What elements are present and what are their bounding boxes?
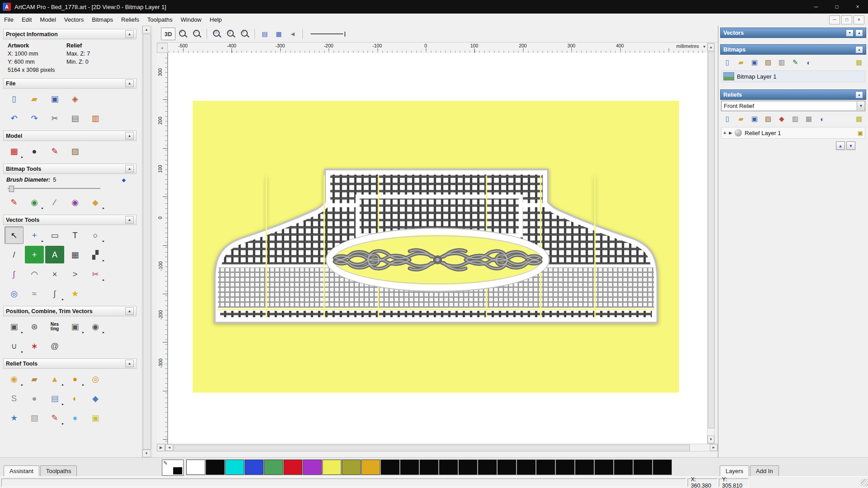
bitmap-merge-icon[interactable]: ◐ — [802, 56, 815, 68]
menu-item[interactable]: Edit — [18, 14, 36, 25]
move-layer-up-icon[interactable]: ▲ — [836, 141, 845, 150]
colour-swatch[interactable] — [439, 460, 458, 475]
scroll-left-icon[interactable]: ◄ — [165, 444, 173, 451]
fit-arc-tool[interactable]: ∪▸ — [5, 337, 24, 355]
scrollbar-thumb[interactable] — [708, 52, 715, 428]
brush-diameter-slider[interactable] — [8, 186, 100, 191]
relief-layer-row[interactable]: + ▶ Relief Layer 1 ▣ — [721, 127, 865, 139]
undo-icon[interactable]: ↶ — [5, 109, 24, 127]
relief-smooth-icon[interactable]: ▦ — [802, 113, 815, 125]
arc-tool[interactable]: ◠ — [25, 265, 44, 283]
paint-brush-icon[interactable]: ✎ — [5, 193, 24, 211]
sculpting-icon[interactable]: ▰ — [25, 370, 44, 388]
relief-add-layer-icon[interactable]: ▩ — [853, 113, 865, 125]
canvas-vertical-scrollbar[interactable]: ▲ ▼ — [707, 43, 715, 444]
colour-swatch[interactable] — [420, 460, 439, 475]
colour-swatch[interactable] — [517, 460, 536, 475]
open-relief-icon[interactable]: ▰ — [735, 113, 747, 125]
line-width-preview[interactable] — [306, 28, 350, 40]
zoom-objects-icon[interactable]: ○ — [238, 28, 251, 40]
greyscale-edit-icon[interactable]: ✎ — [45, 142, 64, 160]
colour-swatch[interactable] — [497, 460, 516, 475]
new-model-icon[interactable]: ▯ — [5, 90, 24, 108]
align-vectors-tool[interactable]: ▣▸ — [5, 318, 24, 335]
bitmap-add-layer-icon[interactable]: ▩ — [853, 56, 865, 68]
ellipse-tool[interactable]: ○▸ — [86, 226, 105, 244]
relief-texture-icon[interactable]: ▨ — [762, 113, 774, 125]
combobox-dropdown-icon[interactable]: ▼ — [857, 102, 865, 110]
vectors-menu-icon[interactable]: ▼ — [846, 29, 854, 37]
bitmaps-collapse-icon[interactable]: ▲ — [855, 46, 863, 53]
assistant-scrollbar[interactable]: ▲ ▼ — [142, 26, 152, 457]
maximize-button[interactable]: □ — [826, 0, 847, 14]
colour-swatch[interactable] — [361, 460, 380, 475]
menu-item[interactable]: Reliefs — [117, 14, 143, 25]
array-copy-tool[interactable]: ▞▸ — [86, 246, 105, 263]
minimize-button[interactable]: ─ — [806, 0, 826, 14]
redo-icon[interactable]: ↷ — [25, 109, 44, 127]
grid-tool[interactable]: ▦ — [66, 246, 85, 263]
trim-vectors-tool[interactable]: ✂▸ — [86, 265, 105, 283]
expand-icon[interactable]: ▶ — [729, 131, 732, 135]
colour-swatch[interactable] — [245, 460, 264, 475]
colour-swatch[interactable] — [283, 460, 302, 475]
colour-swatch[interactable] — [458, 460, 477, 475]
relief-mirror-icon[interactable]: ◐ — [816, 113, 829, 125]
view-3d-button[interactable]: 3D — [161, 28, 175, 40]
relief-side-combobox[interactable]: Front Relief ▼ — [721, 101, 865, 111]
colour-swatch[interactable] — [225, 460, 244, 475]
colour-swatch[interactable] — [381, 460, 400, 475]
nesting-tool[interactable]: Nes ting — [45, 318, 64, 335]
scrollbar-thumb[interactable] — [143, 34, 151, 450]
offset-relief-icon[interactable]: ▣ — [86, 409, 105, 427]
bitmap-layer-row[interactable]: Bitmap Layer 1 — [721, 70, 865, 82]
wave-tool[interactable]: ≈ — [25, 285, 44, 302]
colour-swatch[interactable] — [478, 460, 497, 475]
node-curve-tool[interactable]: ∫▸ — [45, 285, 64, 302]
colour-swatch[interactable] — [206, 460, 225, 475]
zoom-in-icon[interactable]: + — [176, 28, 189, 40]
rollup-button[interactable]: ▲ — [125, 216, 134, 224]
node-edit-tool[interactable]: × — [45, 265, 64, 283]
save-bitmap-icon[interactable]: ▣ — [748, 56, 761, 68]
spin-relief-icon[interactable]: ◐ — [66, 389, 85, 407]
curve-tool[interactable]: ∫ — [5, 265, 24, 283]
adjust-model-icon[interactable]: ● — [25, 142, 44, 160]
close-button[interactable]: × — [847, 0, 868, 14]
rollup-button[interactable]: ▲ — [125, 80, 134, 87]
reliefs-collapse-icon[interactable]: ▲ — [855, 91, 863, 99]
star-relief-icon[interactable]: ★ — [5, 409, 24, 427]
emboss-relief-icon[interactable]: ◆ — [86, 389, 105, 407]
snap-toggle-icon[interactable]: ▦ — [272, 28, 285, 40]
bitmap-texture-icon[interactable]: ▨ — [762, 56, 774, 68]
separator[interactable] — [302, 29, 303, 39]
slider-handle[interactable] — [9, 186, 14, 192]
rectangle-tool[interactable]: ▭ — [45, 226, 64, 244]
tab-toolpaths[interactable]: Toolpaths — [40, 465, 77, 477]
mdi-close-button[interactable]: × — [854, 15, 864, 24]
texture-relief-icon[interactable]: ● — [25, 389, 44, 407]
two-rail-sweep-icon[interactable]: ◎ — [86, 370, 105, 388]
star-tool[interactable]: ★ — [66, 285, 85, 302]
move-layer-down-icon[interactable]: ▼ — [846, 141, 855, 150]
vectors-collapse-icon[interactable]: ▲ — [855, 29, 863, 37]
spiral-tool[interactable]: @ — [45, 337, 64, 355]
menu-item[interactable]: Help — [206, 14, 226, 25]
swept-profile-icon[interactable]: S — [5, 389, 24, 407]
snap-cross-tool[interactable]: + — [25, 246, 44, 263]
smooth-relief-icon[interactable]: ▲▸ — [45, 370, 64, 388]
weld-vectors-tool[interactable]: ◉▸ — [86, 318, 105, 335]
rollup-button[interactable]: ▲ — [125, 132, 134, 140]
relief-from-image-icon[interactable]: ▤▸ — [45, 389, 64, 407]
measure-icon[interactable]: ◄ — [286, 28, 299, 40]
mdi-minimize-button[interactable]: ─ — [829, 15, 840, 24]
bitmap-draw-icon[interactable]: ✎ — [789, 56, 802, 68]
palette-icon[interactable]: ◉ — [66, 193, 85, 211]
import-export-icon[interactable]: ◈ — [66, 90, 85, 108]
vector-text-block-tool[interactable]: A — [45, 246, 64, 263]
paste-icon[interactable]: ▥ — [86, 109, 105, 127]
colour-swatch[interactable] — [400, 460, 419, 475]
menu-item[interactable]: Model — [36, 14, 60, 25]
menu-item[interactable]: Window — [177, 14, 206, 25]
colour-swatch[interactable] — [633, 460, 652, 475]
